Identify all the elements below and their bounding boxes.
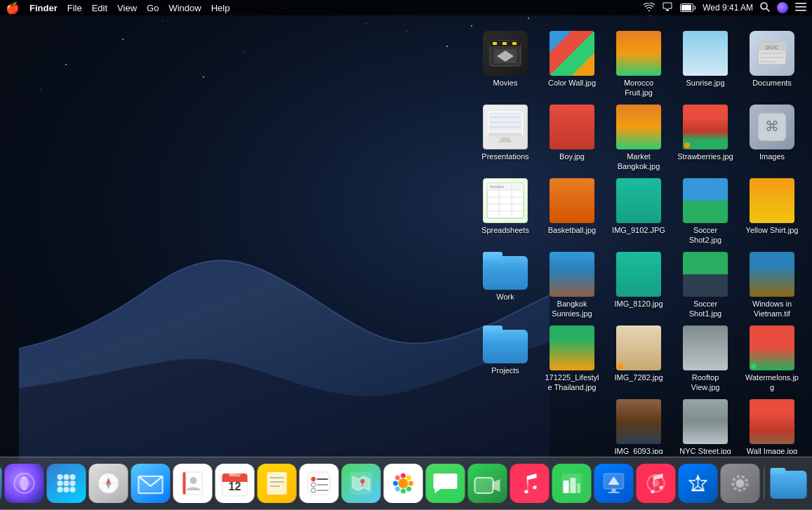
desktop-icon-nyc-street[interactable]: NYC Street.jpg: [675, 396, 736, 454]
desktop-icon-watermelons[interactable]: Watermelons.jpg: [742, 323, 802, 393]
dock-photos[interactable]: [383, 464, 422, 503]
dock-divider: [764, 467, 764, 499]
svg-rect-95: [474, 478, 493, 493]
desktop-icon-market-bangkok[interactable]: Market Bangkok.jpg: [608, 102, 669, 172]
icon-grid: Movies Color Wall.jpg Morocco Fruit.jpg …: [479, 28, 808, 454]
dock-keynote[interactable]: [594, 464, 633, 503]
spotlight-icon[interactable]: [760, 2, 770, 14]
svg-point-93: [395, 487, 400, 492]
desktop-icon-wall-image[interactable]: Wall Image.jpg: [742, 396, 802, 454]
desktop-icon-movies[interactable]: Movies: [475, 28, 535, 98]
svg-rect-65: [182, 472, 185, 495]
desktop-icon-soccer-shot2[interactable]: Soccer Shot2.jpg: [675, 175, 736, 246]
icon-label-img9102: IMG_9102.JPG: [612, 225, 665, 235]
desktop-icon-bangkok-sunnies[interactable]: Bangkok Sunnies.jpg: [542, 249, 602, 319]
dock-messages[interactable]: [425, 464, 465, 503]
desktop: 🍎 Finder File Edit View Go Window Help: [0, 0, 812, 510]
dock-maps[interactable]: [341, 464, 380, 503]
desktop-icon-img9102[interactable]: IMG_9102.JPG: [608, 175, 669, 246]
dock-safari[interactable]: [88, 464, 128, 503]
dock-siri[interactable]: [4, 464, 44, 503]
dock-notes[interactable]: [257, 464, 296, 503]
desktop-icon-color-wall[interactable]: Color Wall.jpg: [542, 28, 602, 98]
svg-rect-99: [577, 483, 580, 493]
svg-point-46: [17, 479, 31, 488]
dock-itunes[interactable]: [510, 464, 549, 503]
desktop-icon-sunrise[interactable]: Sunrise.jpg: [675, 28, 736, 98]
desktop-icon-img6093[interactable]: IMG_6093.jpg: [608, 396, 669, 454]
svg-point-85: [360, 479, 364, 483]
dock-contacts[interactable]: [173, 464, 212, 503]
desktop-icon-documents[interactable]: DOC Documents: [742, 28, 802, 98]
desktop-icon-strawberries[interactable]: Strawberries.jpg: [675, 102, 736, 172]
icon-label-soccer-shot1: Soccer Shot1.jpg: [677, 299, 733, 319]
desktop-icon-soccer-shot1[interactable]: Soccer Shot1.jpg: [675, 249, 736, 319]
dock-reminders[interactable]: [299, 464, 338, 503]
icon-label-rooftop-view: Rooftop View.jpg: [677, 373, 733, 393]
dock-settings[interactable]: [720, 464, 759, 503]
app-name[interactable]: Finder: [29, 3, 58, 13]
dock-launchpad[interactable]: [46, 464, 86, 503]
icon-label-windows-vietnam: Windows in Vietnam.tif: [744, 299, 800, 319]
svg-point-47: [57, 474, 62, 480]
svg-text:Numbers: Numbers: [490, 184, 505, 189]
desktop-icon-basketball[interactable]: Basketball.jpg: [542, 175, 602, 246]
svg-point-92: [406, 476, 411, 481]
dock-facetime[interactable]: [467, 464, 507, 503]
airplay-icon[interactable]: [662, 2, 673, 13]
desktop-icon-windows-vietnam[interactable]: Windows in Vietnam.tif: [742, 249, 802, 319]
dock-downloads-folder[interactable]: [768, 464, 808, 503]
svg-rect-25: [488, 133, 522, 137]
svg-point-49: [69, 474, 75, 480]
desktop-icon-boy[interactable]: Boy.jpg: [542, 102, 602, 172]
battery-icon[interactable]: [680, 4, 695, 12]
icon-label-img7282: IMG_7282.jpg: [614, 373, 663, 382]
icon-label-boy: Boy.jpg: [559, 152, 585, 161]
dock-music[interactable]: [636, 464, 675, 503]
desktop-icon-morocco-fruit[interactable]: Morocco Fruit.jpg: [608, 28, 669, 98]
svg-text:12: 12: [228, 481, 241, 492]
dock-mail[interactable]: [131, 464, 170, 503]
go-menu[interactable]: Go: [147, 3, 159, 13]
dock-numbers[interactable]: [552, 464, 591, 503]
datetime: Wed 9:41 AM: [703, 3, 753, 13]
edit-menu[interactable]: Edit: [92, 3, 107, 13]
wifi-icon[interactable]: [644, 3, 655, 13]
dock-calendar[interactable]: WED 12: [215, 464, 254, 503]
icon-label-basketball: Basketball.jpg: [548, 225, 597, 235]
desktop-icon-presentations[interactable]: Presentations: [475, 102, 535, 172]
svg-rect-102: [611, 489, 615, 492]
svg-point-2: [761, 3, 767, 9]
apple-menu[interactable]: 🍎: [6, 1, 20, 15]
desktop-icon-lifestyle-thailand[interactable]: 171225_Lifestyle Thailand.jpg: [542, 323, 602, 393]
svg-point-54: [63, 487, 69, 492]
desktop-icon-projects[interactable]: Projects: [475, 323, 535, 393]
desktop-icon-yellow-shirt[interactable]: Yellow Shirt.jpg: [742, 175, 802, 246]
svg-point-91: [395, 476, 400, 481]
desktop-icon-images[interactable]: ⌘ Images: [742, 102, 802, 172]
help-menu[interactable]: Help: [211, 3, 230, 13]
svg-point-107: [736, 479, 744, 488]
icon-label-work: Work: [496, 292, 514, 302]
desktop-icons-area: Movies Color Wall.jpg Morocco Fruit.jpg …: [475, 21, 812, 454]
svg-point-90: [408, 481, 413, 486]
dock-finder[interactable]: F: [0, 464, 1, 503]
svg-point-53: [57, 487, 62, 492]
svg-rect-9: [493, 42, 497, 45]
desktop-icon-img8120[interactable]: IMG_8120.jpg: [608, 249, 669, 319]
dock-appstore[interactable]: [678, 464, 717, 503]
desktop-icon-spreadsheets[interactable]: Numbers Spreadsheets: [475, 175, 535, 246]
view-menu[interactable]: View: [117, 3, 137, 13]
svg-point-88: [401, 489, 406, 494]
icon-label-img8120: IMG_8120.jpg: [614, 299, 663, 309]
window-menu[interactable]: Window: [168, 3, 201, 13]
desktop-icon-img7282[interactable]: IMG_7282.jpg: [608, 323, 669, 393]
svg-point-48: [63, 474, 69, 480]
svg-rect-10: [502, 42, 507, 45]
icon-label-presentations: Presentations: [481, 152, 528, 161]
desktop-icon-work[interactable]: Work: [475, 249, 535, 319]
control-center-icon[interactable]: [795, 3, 806, 13]
desktop-icon-rooftop-view[interactable]: Rooftop View.jpg: [675, 323, 736, 393]
siri-menubar-icon[interactable]: [777, 2, 788, 13]
file-menu[interactable]: File: [67, 3, 82, 13]
